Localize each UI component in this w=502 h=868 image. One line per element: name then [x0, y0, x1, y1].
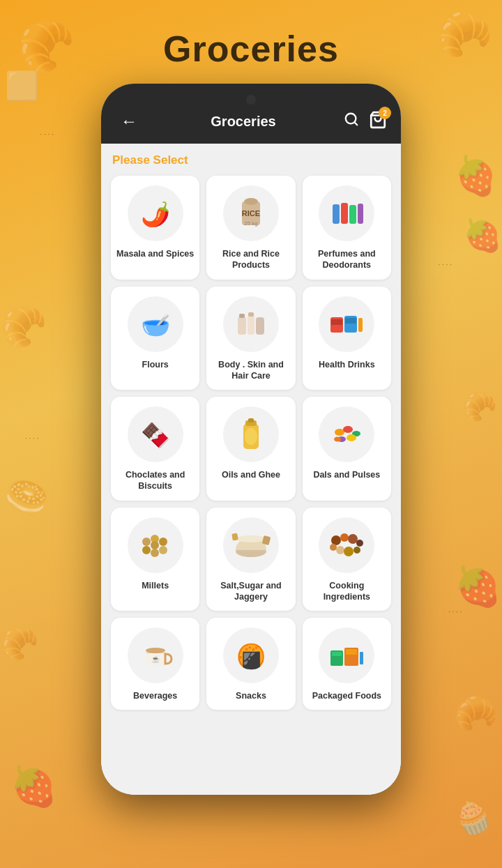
category-card-flours[interactable]: 🥣 Flours [111, 287, 199, 390]
category-label-cooking: Cooking Ingredients [308, 580, 386, 603]
svg-text:☕: ☕ [151, 655, 160, 664]
svg-point-60 [356, 540, 363, 547]
category-card-chocolates[interactable]: 🍫 Choclates and Biscuits [111, 397, 199, 501]
category-card-body-care[interactable]: Body . Skin and Hair Care [206, 287, 295, 390]
svg-point-63 [344, 547, 353, 556]
svg-point-62 [336, 546, 344, 554]
category-image-masala: 🌶️ [128, 185, 183, 241]
svg-point-48 [151, 549, 159, 557]
svg-point-8 [244, 198, 258, 205]
category-image-dals [319, 406, 374, 462]
category-image-cooking [319, 517, 374, 573]
svg-point-44 [142, 538, 151, 546]
svg-point-64 [353, 547, 360, 554]
svg-rect-73 [332, 652, 342, 656]
svg-point-61 [330, 544, 337, 551]
svg-rect-28 [358, 318, 363, 332]
category-image-snacks: 🍘 [223, 627, 279, 683]
category-card-packaged[interactable]: Packaged Foods [303, 618, 391, 710]
category-label-perfumes: Perfumes and Deodorants [308, 248, 386, 271]
svg-text:🍘: 🍘 [236, 642, 266, 671]
svg-rect-18 [238, 317, 246, 335]
please-select-label: Please Select [111, 153, 391, 167]
svg-rect-34 [248, 418, 254, 422]
svg-point-37 [335, 429, 344, 436]
svg-rect-22 [248, 312, 254, 317]
svg-point-53 [236, 535, 266, 542]
phone-notch [246, 95, 256, 105]
app-content: Please Select 🌶️ Masala and Spices [101, 144, 401, 795]
category-label-masala: Masala and Spices [116, 248, 194, 259]
svg-point-38 [343, 426, 353, 433]
category-label-salt-sugar: Salt,Sugar and Jaggery [212, 580, 289, 603]
category-card-snacks[interactable]: 🍘 Snacks [206, 618, 295, 710]
category-label-oils: Oils and Ghee [222, 469, 280, 480]
svg-point-42 [334, 437, 341, 442]
svg-rect-12 [341, 203, 348, 224]
category-label-health-drinks: Health Drinks [319, 359, 375, 370]
svg-text:RICE: RICE [242, 209, 260, 218]
category-label-rice: Rice and Rice Products [212, 248, 289, 271]
svg-rect-13 [349, 205, 356, 224]
category-card-health-drinks[interactable]: Health Drinks [303, 287, 391, 390]
category-card-masala-spices[interactable]: 🌶️ Masala and Spices [111, 176, 199, 280]
svg-point-50 [151, 541, 159, 549]
category-card-cooking[interactable]: Cooking Ingredients [303, 508, 391, 611]
svg-rect-27 [345, 318, 356, 323]
svg-rect-19 [248, 315, 254, 335]
category-label-beverages: Beverages [133, 690, 177, 701]
category-image-packaged [319, 627, 374, 683]
cart-button[interactable]: 2 [369, 111, 387, 132]
category-label-body-care: Body . Skin and Hair Care [212, 359, 289, 382]
svg-text:25 kg: 25 kg [244, 220, 258, 227]
category-image-health-drinks [319, 296, 374, 352]
svg-rect-76 [360, 652, 363, 664]
category-image-chocolates: 🍫 [128, 406, 183, 462]
svg-rect-25 [331, 319, 342, 325]
categories-grid: 🌶️ Masala and Spices RICE [111, 176, 391, 710]
svg-rect-21 [239, 314, 245, 318]
category-label-chocolates: Choclates and Biscuits [116, 469, 194, 492]
svg-point-58 [340, 533, 349, 542]
header-icons: 2 [344, 111, 387, 132]
page-title: Groceries [163, 28, 339, 70]
svg-rect-75 [346, 649, 357, 655]
svg-point-57 [331, 535, 341, 545]
svg-point-49 [159, 546, 167, 554]
svg-rect-11 [333, 204, 340, 224]
svg-point-36 [322, 410, 371, 459]
svg-text:🌶️: 🌶️ [141, 200, 171, 229]
app-screen: ← Groceries 2 [101, 84, 401, 795]
svg-point-67 [146, 648, 165, 653]
category-card-millets[interactable]: Millets [111, 508, 199, 611]
svg-point-56 [322, 521, 371, 570]
category-image-perfumes [319, 185, 374, 241]
category-image-flours: 🥣 [128, 296, 183, 352]
svg-rect-20 [256, 317, 264, 335]
category-label-millets: Millets [142, 580, 169, 591]
svg-text:🍫: 🍫 [141, 421, 171, 450]
svg-line-1 [354, 122, 357, 125]
category-image-salt-sugar [223, 517, 279, 573]
category-card-salt-sugar[interactable]: Salt,Sugar and Jaggery [206, 508, 295, 611]
app-header: ← Groceries 2 [101, 84, 401, 144]
category-label-flours: Flours [142, 359, 169, 370]
svg-point-41 [347, 434, 356, 441]
category-label-packaged: Packaged Foods [312, 690, 381, 701]
category-image-beverages: ☕ [128, 627, 183, 683]
phone-frame: ← Groceries 2 [101, 84, 401, 795]
cart-badge: 2 [379, 107, 391, 119]
svg-text:🥣: 🥣 [141, 311, 171, 340]
category-label-snacks: Snacks [236, 690, 266, 701]
back-button[interactable]: ← [115, 109, 143, 134]
category-image-rice: RICE 25 kg [223, 185, 279, 241]
category-card-beverages[interactable]: ☕ Beverages [111, 618, 199, 710]
category-card-dals[interactable]: Dals and Pulses [303, 397, 391, 501]
search-icon[interactable] [344, 112, 359, 131]
svg-point-47 [142, 546, 151, 554]
svg-point-46 [159, 538, 167, 546]
category-card-rice[interactable]: RICE 25 kg Rice and Rice Products [206, 176, 295, 280]
svg-rect-14 [358, 204, 363, 224]
category-card-perfumes[interactable]: Perfumes and Deodorants [303, 176, 391, 280]
category-card-oils[interactable]: Oils and Ghee [206, 397, 295, 501]
